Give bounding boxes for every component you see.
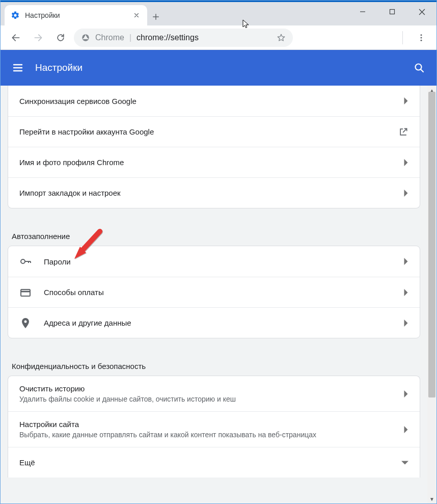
close-tab-icon[interactable] [132, 11, 141, 20]
open-external-icon [398, 127, 408, 137]
chevron-right-icon [403, 320, 408, 327]
row-sync-google-services[interactable]: Синхронизация сервисов Google [8, 86, 420, 116]
bookmark-star-icon[interactable] [277, 33, 286, 42]
chevron-right-icon [403, 97, 408, 104]
gear-icon [11, 11, 20, 20]
card-autofill: Пароли Способы оплаты [8, 246, 420, 338]
browser-toolbar: Chrome | chrome://settings [1, 25, 436, 50]
reload-button[interactable] [51, 29, 70, 47]
section-title-autofill: Автозаполнение [12, 232, 427, 241]
row-google-account-settings[interactable]: Перейти в настройки аккаунта Google [8, 116, 420, 147]
row-site-settings[interactable]: Настройки сайта Выбрать, какие данные от… [8, 411, 420, 447]
omnibox[interactable]: Chrome | chrome://settings [74, 29, 293, 47]
browser-tab[interactable]: Настройки [5, 5, 147, 25]
chevron-right-icon [403, 190, 408, 197]
row-clear-history[interactable]: Очистить историю Удалить файлы cookie и … [8, 376, 420, 411]
omnibox-url: chrome://settings [136, 33, 199, 42]
chevron-right-icon [403, 159, 408, 166]
chevron-right-icon [403, 390, 408, 397]
search-icon[interactable] [413, 62, 425, 74]
svg-point-5 [421, 39, 422, 41]
scroll-thumb[interactable] [428, 92, 435, 397]
location-pin-icon [19, 317, 32, 329]
back-button[interactable] [7, 29, 25, 47]
scrollbar[interactable]: ▲ ▼ [427, 86, 436, 503]
section-title-privacy: Конфиденциальность и безопасность [12, 362, 427, 370]
hamburger-menu-icon[interactable] [12, 62, 24, 74]
card-people: Синхронизация сервисов Google Перейти в … [8, 86, 420, 208]
row-payment-methods[interactable]: Способы оплаты [8, 277, 420, 307]
window-maximize-button[interactable] [377, 2, 407, 21]
site-info-icon[interactable] [81, 33, 90, 42]
tab-title: Настройки [25, 11, 127, 19]
titlebar: Настройки [1, 2, 436, 25]
svg-point-3 [421, 34, 422, 36]
window-close-button[interactable] [407, 2, 436, 21]
key-icon [19, 255, 32, 268]
credit-card-icon [19, 286, 32, 299]
scroll-down-arrow[interactable]: ▼ [427, 494, 436, 503]
forward-button[interactable] [29, 29, 47, 47]
row-chrome-name-photo[interactable]: Имя и фото профиля Chrome [8, 147, 420, 177]
row-passwords[interactable]: Пароли [8, 246, 420, 277]
svg-point-7 [21, 259, 25, 263]
chevron-right-icon [403, 289, 408, 296]
chevron-right-icon [403, 426, 408, 433]
page-title: Настройки [35, 62, 83, 73]
chevron-down-icon [401, 460, 408, 465]
settings-content: Синхронизация сервисов Google Перейти в … [1, 86, 427, 503]
window-minimize-button[interactable] [348, 2, 377, 21]
svg-point-4 [421, 37, 422, 38]
row-import-bookmarks[interactable]: Импорт закладок и настроек [8, 177, 420, 208]
new-tab-button[interactable] [147, 8, 165, 25]
card-privacy: Очистить историю Удалить файлы cookie и … [8, 376, 420, 478]
chevron-right-icon [403, 258, 408, 265]
row-addresses[interactable]: Адреса и другие данные [8, 307, 420, 338]
svg-rect-0 [390, 10, 395, 14]
browser-menu-button[interactable] [412, 29, 430, 47]
appbar: Настройки [1, 50, 436, 86]
svg-rect-8 [21, 289, 30, 296]
omnibox-prefix: Chrome [95, 33, 124, 42]
row-more[interactable]: Ещё [8, 447, 420, 478]
